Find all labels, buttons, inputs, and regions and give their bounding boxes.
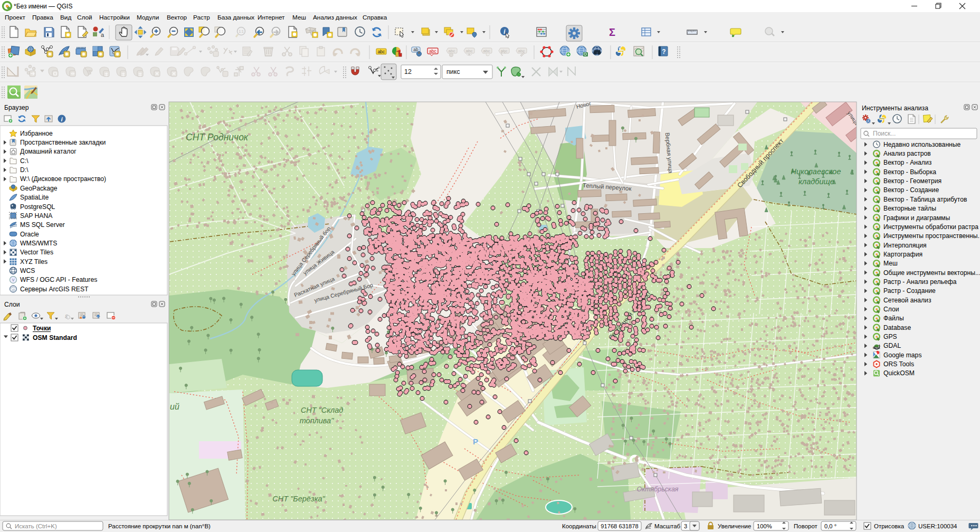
svg-text:Пространственные закладки: Пространственные закладки [20,139,106,146]
svg-text:Вектор - Выборка: Вектор - Выборка [883,168,936,176]
svg-text:Слой: Слой [77,14,92,21]
svg-text:Поворот: Поворот [794,523,818,529]
svg-text:USER:100034: USER:100034 [918,523,957,529]
svg-text:пикс: пикс [446,68,460,75]
svg-text:СНТ "Склад: СНТ "Склад [301,406,344,414]
svg-text:Октябрьская: Октябрьская [636,486,678,493]
svg-text:Отрисовка: Отрисовка [874,523,905,529]
svg-text:База данных: База данных [217,14,254,21]
svg-text:ий: ий [170,402,179,411]
svg-text:Σ: Σ [609,26,615,38]
svg-text:Искать (Ctrl+K): Искать (Ctrl+K) [15,523,57,529]
svg-text:abc: abc [378,49,385,54]
svg-text:D:\: D:\ [20,166,28,174]
svg-text:a: a [101,32,104,38]
svg-text:Меш: Меш [292,14,306,21]
svg-text:Векторные тайлы: Векторные тайлы [883,205,936,212]
svg-text:Масштаб: Масштаб [654,523,681,529]
svg-text:Инструменты анализа: Инструменты анализа [862,104,928,112]
svg-text:Слои: Слои [4,301,20,308]
svg-text:Серверы ArcGIS REST: Серверы ArcGIS REST [20,286,89,293]
svg-text:Интерполяция: Интерполяция [883,242,927,249]
svg-text:Растр - Создание: Растр - Создание [883,287,936,294]
svg-text:СНТ Родничок: СНТ Родничок [186,132,249,142]
svg-text:C:\: C:\ [20,157,28,165]
svg-text:Справка: Справка [363,14,387,21]
svg-text:Увеличение: Увеличение [718,523,751,529]
svg-text:WCS: WCS [20,267,35,274]
svg-text:Настройки: Настройки [99,14,130,21]
svg-text:Google maps: Google maps [883,352,922,359]
svg-text:Oracle: Oracle [20,231,39,238]
svg-text:0,0 °: 0,0 ° [824,523,836,529]
svg-text:Сетевой анализ: Сетевой анализ [883,297,931,304]
svg-text:?: ? [662,48,665,55]
svg-text:3: 3 [684,523,687,529]
svg-text:Инструменты обработки растра: Инструменты обработки растра [883,223,978,231]
svg-text:Правка: Правка [32,14,53,21]
svg-text:ORS Tools: ORS Tools [883,360,914,368]
svg-text:abc: abc [449,49,455,53]
svg-text:Модули: Модули [137,14,159,21]
svg-text:Точки: Точки [33,325,51,332]
svg-text:91768 631878: 91768 631878 [601,523,639,529]
svg-text:OSM Standard: OSM Standard [33,334,77,341]
svg-text:XYZ Tiles: XYZ Tiles [20,258,47,265]
svg-text:abc: abc [466,49,473,53]
svg-text:Графики и диаграммы: Графики и диаграммы [883,214,950,222]
svg-text:SpatiaLite: SpatiaLite [20,194,49,201]
svg-text:Избранное: Избранное [20,130,53,137]
svg-text:SAP HANA: SAP HANA [20,212,53,220]
svg-text:GPS: GPS [883,333,897,340]
svg-text:Недавно использованные: Недавно использованные [883,141,961,148]
svg-text:100%: 100% [757,523,772,529]
svg-text:1:1: 1:1 [239,30,243,33]
svg-text:СНТ "Берёзка": СНТ "Берёзка" [272,495,325,503]
svg-text:Координаты: Координаты [562,523,596,529]
svg-text:Database: Database [883,324,911,331]
svg-text:Николаевское: Николаевское [791,167,841,176]
svg-text:Растр: Растр [193,14,210,21]
svg-text:Vector Tiles: Vector Tiles [20,249,53,256]
svg-text:Инструменты пространственны...: Инструменты пространственны... [883,232,980,240]
svg-text:Общие инструменты векторны...: Общие инструменты векторны... [883,269,980,277]
svg-text:Вектор - Создание: Вектор - Создание [883,186,939,194]
svg-text:Домашний каталог: Домашний каталог [20,148,77,155]
svg-text:abc: abc [483,49,490,53]
svg-text:Поиск...: Поиск... [873,130,896,137]
svg-text:V: V [12,278,15,282]
svg-text:Анализ растров: Анализ растров [883,150,931,157]
svg-text:Меш: Меш [883,260,898,267]
svg-text:GDAL: GDAL [883,342,901,349]
svg-text:топлива": топлива" [300,416,335,425]
svg-text:GDAL: GDAL [873,346,880,349]
svg-text:Растр - Анализ рельефа: Растр - Анализ рельефа [883,278,957,286]
svg-text:Интернет: Интернет [258,14,285,21]
svg-text:Анализ данных: Анализ данных [313,14,357,21]
svg-text:W:\ (Дисковое пространство): W:\ (Дисковое пространство) [20,175,106,183]
svg-text:WFS / OGC API - Features: WFS / OGC API - Features [20,276,97,283]
svg-text:GeoPackage: GeoPackage [20,185,58,192]
svg-text:P: P [473,437,478,446]
svg-text:ab: ab [413,47,418,52]
svg-text:WMS/WMTS: WMS/WMTS [20,240,57,247]
svg-text:12: 12 [404,68,412,75]
svg-text:QuickOSM: QuickOSM [883,369,915,377]
svg-text:кладбище: кладбище [798,177,834,186]
svg-text:Проект: Проект [5,14,25,21]
svg-text:MS SQL Server: MS SQL Server [20,221,65,229]
svg-text:abc: abc [429,49,436,54]
svg-text:PostgreSQL: PostgreSQL [20,203,55,211]
svg-text:Браузер: Браузер [4,104,29,111]
svg-text:Слои: Слои [883,306,899,313]
svg-text:Файлы: Файлы [883,315,904,322]
svg-text:Вектор - Таблица атрибутов: Вектор - Таблица атрибутов [883,196,967,203]
svg-text:Вектор - Геометрия: Вектор - Геометрия [883,177,941,185]
svg-text:Расстояние прокрутки nan м (na: Расстояние прокрутки nan м (nan°B) [108,523,211,529]
svg-text:Вектор: Вектор [167,14,187,21]
svg-text:Вид: Вид [60,14,71,21]
svg-text:Вектор - Анализ: Вектор - Анализ [883,159,932,166]
svg-text:Картография: Картография [883,251,922,258]
svg-text:*Без имени — QGIS: *Без имени — QGIS [14,3,72,10]
